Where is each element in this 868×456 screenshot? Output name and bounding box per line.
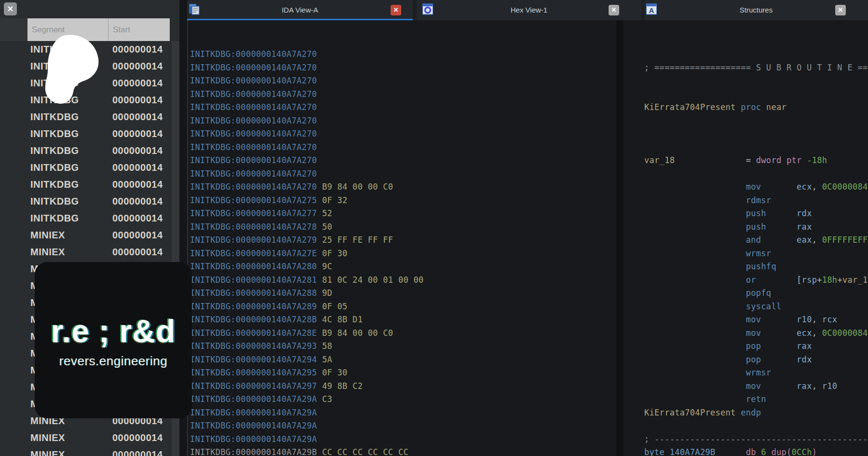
code-line[interactable]: ; --------------------------------------… — [644, 433, 868, 446]
code-line[interactable] — [644, 48, 868, 61]
code-line[interactable]: mov ecx, 0C0000084h — [644, 327, 868, 340]
column-header-start[interactable]: Start — [108, 18, 170, 41]
close-tab-button[interactable]: ✕ — [609, 5, 619, 15]
disasm-bytes: 0F 05 — [317, 302, 347, 311]
code-line[interactable]: rdmsr — [644, 194, 868, 207]
disasm-line[interactable]: INITKDBG:0000000140A7A297 49 8B C2 — [190, 380, 616, 393]
table-row[interactable]: INITKDBG000000014 — [0, 109, 172, 125]
code-line[interactable] — [644, 74, 868, 88]
code-line[interactable]: mov ecx, 0C0000084h — [644, 180, 868, 194]
code-line[interactable] — [644, 167, 868, 181]
disasm-line[interactable]: INITKDBG:0000000140A7A281 81 0C 24 00 01… — [190, 274, 616, 287]
disasm-line[interactable]: INITKDBG:0000000140A7A288 9D — [190, 287, 616, 300]
close-tab-button[interactable]: ✕ — [391, 5, 401, 15]
disasm-line[interactable]: INITKDBG:0000000140A7A29A — [190, 433, 616, 446]
disasm-line[interactable]: INITKDBG:0000000140A7A293 58 — [190, 340, 616, 353]
tab-ida-view-a[interactable]: IDA View-A ✕ — [187, 0, 413, 20]
code-line[interactable] — [644, 88, 868, 101]
close-segments-panel-button[interactable]: ✕ — [4, 2, 17, 15]
code-line[interactable]: and eax, 0FFFFFEFFh — [644, 234, 868, 247]
close-tab-button[interactable]: ✕ — [835, 5, 846, 15]
disasm-line[interactable]: INITKDBG:0000000140A7A279 25 FF FE FF FF — [190, 234, 616, 247]
disasm-line[interactable]: INITKDBG:0000000140A7A270 — [190, 127, 616, 141]
table-row[interactable]: INITKDBG000000014 — [0, 210, 172, 227]
code-token: r10 — [797, 315, 812, 324]
table-row[interactable]: INITKDBG000000014 — [0, 176, 172, 193]
tab-structures[interactable]: A Structures ✕ — [644, 0, 868, 20]
table-row[interactable]: MINIEX000000014 — [0, 244, 172, 261]
code-line[interactable]: KiErrata704Present proc near — [644, 101, 868, 114]
code-line[interactable]: or [rsp+18h+var_18], 100h — [644, 274, 868, 287]
disasm-line[interactable]: INITKDBG:0000000140A7A29A — [190, 406, 616, 420]
table-row[interactable]: INITKDBG000000014 — [0, 193, 172, 210]
disasm-address: INITKDBG:0000000140A7A270 — [190, 129, 317, 138]
segment-cell: MINIEX — [30, 244, 65, 261]
segment-cell: INITKDBG — [30, 125, 79, 142]
code-line[interactable] — [644, 127, 868, 141]
code-line[interactable]: pop rax — [644, 340, 868, 353]
table-row[interactable]: INITKDBG000000014 — [0, 159, 172, 176]
tab-hex-view-1[interactable]: Hex View-1 ✕ — [417, 0, 641, 20]
code-line[interactable]: ; =================== S U B R O U T I N … — [644, 61, 868, 75]
segment-cell: INITKDBG — [30, 193, 79, 210]
code-line[interactable]: mov r10, rcx — [644, 313, 868, 327]
disasm-line[interactable]: INITKDBG:0000000140A7A270 — [190, 114, 616, 128]
disasm-line[interactable]: INITKDBG:0000000140A7A270 — [190, 88, 616, 101]
tab-title: IDA View-A — [187, 6, 413, 14]
table-row[interactable]: MINIEX000000014 — [0, 429, 172, 446]
code-line[interactable] — [644, 141, 868, 154]
code-line[interactable]: var_18 = dword ptr -18h — [644, 154, 868, 167]
code-line[interactable]: byte_140A7A29B db 6 dup(0CCh) — [644, 446, 868, 456]
disasm-bytes: 0F 30 — [317, 249, 347, 258]
disasm-address: INITKDBG:0000000140A7A270 — [190, 142, 317, 152]
code-token: ; --------------------------------------… — [644, 434, 868, 444]
disasm-line[interactable]: INITKDBG:0000000140A7A270 — [190, 167, 616, 181]
pane-divider[interactable] — [616, 20, 623, 456]
disasm-line[interactable]: INITKDBG:0000000140A7A270 — [190, 101, 616, 114]
code-line[interactable]: push rax — [644, 221, 868, 234]
disasm-line[interactable]: INITKDBG:0000000140A7A270 — [190, 74, 616, 88]
disasm-line[interactable]: INITKDBG:0000000140A7A270 — [190, 154, 616, 167]
table-row[interactable]: MINIEX000000014 — [0, 227, 172, 244]
code-token: proc — [741, 102, 766, 112]
code-token — [644, 328, 746, 338]
code-line[interactable] — [644, 419, 868, 433]
code-line[interactable]: pop rdx — [644, 353, 868, 367]
table-row[interactable]: INITKDBG000000014 — [0, 142, 172, 159]
code-line[interactable]: syscall — [644, 300, 868, 314]
code-line[interactable]: push rdx — [644, 207, 868, 221]
disasm-line[interactable]: INITKDBG:0000000140A7A27E 0F 30 — [190, 247, 616, 261]
disasm-line[interactable]: INITKDBG:0000000140A7A278 50 — [190, 221, 616, 234]
code-token: mov — [746, 315, 797, 324]
disasm-address: INITKDBG:0000000140A7A27E — [190, 249, 317, 258]
disasm-line[interactable]: INITKDBG:0000000140A7A29B CC CC CC CC CC… — [190, 446, 616, 456]
disasm-line[interactable]: INITKDBG:0000000140A7A270 — [190, 48, 616, 61]
disasm-line[interactable]: INITKDBG:0000000140A7A28E B9 84 00 00 C0 — [190, 327, 616, 340]
disasm-line[interactable]: INITKDBG:0000000140A7A270 B9 84 00 00 C0 — [190, 180, 616, 194]
table-row[interactable]: MINIEX000000014 — [0, 446, 172, 456]
disasm-line[interactable]: INITKDBG:0000000140A7A295 0F 30 — [190, 366, 616, 380]
disasm-line[interactable]: INITKDBG:0000000140A7A29A C3 — [190, 393, 616, 406]
code-line[interactable]: wrmsr — [644, 247, 868, 261]
disasm-line[interactable]: INITKDBG:0000000140A7A280 9C — [190, 260, 616, 274]
disasm-line[interactable]: INITKDBG:0000000140A7A275 0F 32 — [190, 194, 616, 207]
code-line[interactable] — [644, 114, 868, 128]
disasm-line[interactable]: INITKDBG:0000000140A7A270 — [190, 61, 616, 75]
disasm-address: INITKDBG:0000000140A7A278 — [190, 222, 317, 232]
table-row[interactable]: INITKDBG000000014 — [0, 125, 172, 142]
code-line[interactable]: pushfq — [644, 260, 868, 274]
disasm-address: INITKDBG:0000000140A7A270 — [190, 102, 317, 112]
disasm-line[interactable]: INITKDBG:0000000140A7A277 52 — [190, 207, 616, 221]
disasm-line[interactable]: INITKDBG:0000000140A7A270 — [190, 141, 616, 154]
disasm-bytes: 58 — [317, 341, 332, 351]
disasm-line[interactable]: INITKDBG:0000000140A7A294 5A — [190, 353, 616, 367]
disasm-line[interactable]: INITKDBG:0000000140A7A29A — [190, 419, 616, 433]
code-line[interactable]: retn — [644, 393, 868, 406]
code-line[interactable]: popfq — [644, 287, 868, 300]
disasm-line[interactable]: INITKDBG:0000000140A7A28B 4C 8B D1 — [190, 313, 616, 327]
disasm-line[interactable]: INITKDBG:0000000140A7A289 0F 05 — [190, 300, 616, 314]
code-line[interactable]: mov rax, r10 — [644, 380, 868, 393]
code-token — [644, 315, 746, 324]
code-line[interactable]: wrmsr — [644, 366, 868, 380]
code-line[interactable]: KiErrata704Present endp — [644, 406, 868, 420]
